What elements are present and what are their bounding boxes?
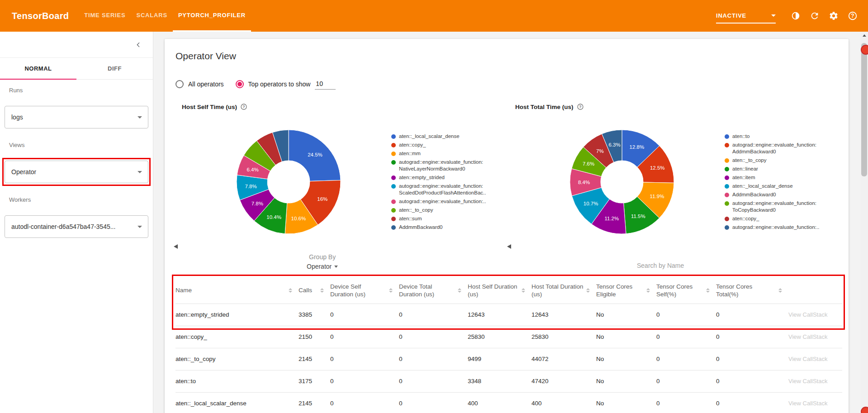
all-operators-label[interactable]: All operators: [188, 81, 224, 88]
help-icon[interactable]: ?: [577, 103, 584, 110]
tensorboard-logo[interactable]: TensorBoard: [12, 0, 69, 32]
dark-mode-toggle-button[interactable]: [790, 10, 801, 21]
table-cell: 0: [716, 304, 788, 326]
runs-label: Runs: [9, 87, 148, 94]
legend-item[interactable]: aten::_to_copy: [725, 157, 819, 164]
table-row: aten::to317500334847420No00View CallStac…: [175, 370, 842, 392]
sort-icon[interactable]: [320, 288, 324, 293]
legend-item[interactable]: aten::empty_strided: [391, 174, 486, 181]
chart-legend: aten::toautograd::engine::evaluate_funct…: [725, 132, 819, 232]
views-select[interactable]: Operator: [5, 161, 148, 183]
column-header[interactable]: Host Total Duration (us): [531, 277, 596, 304]
tab-pytorch-profiler[interactable]: PYTORCH_PROFILER: [173, 0, 251, 32]
workers-select[interactable]: autodl-container-d6a547ba47-3545...: [5, 215, 148, 238]
table-body: aten::empty_strided3385001264312643No00V…: [175, 304, 842, 413]
legend-item[interactable]: aten::copy_: [391, 142, 486, 148]
vertical-scrollbar[interactable]: [860, 32, 868, 413]
top-count-input[interactable]: [315, 79, 336, 90]
help-icon[interactable]: ?: [240, 103, 247, 110]
column-header[interactable]: Tensor Cores Self(%): [656, 277, 716, 304]
table-cell: 0: [399, 304, 468, 326]
scrollbar-thumb[interactable]: [861, 43, 867, 176]
legend-item[interactable]: autograd::engine::evaluate_function: Add…: [725, 142, 819, 155]
view-callstack-button[interactable]: View CallStack: [788, 311, 827, 318]
legend-item[interactable]: aten::_local_scalar_dense: [391, 133, 486, 140]
sort-icon[interactable]: [778, 288, 782, 293]
legend-item[interactable]: aten::copy_: [725, 215, 819, 222]
view-callstack-button[interactable]: View CallStack: [788, 378, 827, 385]
legend-item[interactable]: AddmmBackward0: [391, 224, 486, 231]
settings-button[interactable]: [828, 10, 839, 21]
pie-slice-label: 10.6%: [291, 216, 306, 221]
refresh-button[interactable]: [809, 10, 820, 21]
column-header[interactable]: Device Self Duration (us): [330, 277, 399, 304]
column-header[interactable]: Name: [175, 277, 299, 304]
legend-item[interactable]: aten::linear: [725, 166, 819, 172]
column-header[interactable]: Device Total Duration (us): [399, 277, 468, 304]
sort-icon[interactable]: [458, 288, 461, 293]
legend-label: aten::_local_scalar_dense: [399, 133, 460, 140]
column-header[interactable]: Tensor Cores Eligible: [596, 277, 656, 304]
legend-item[interactable]: autograd::engine::evaluate_function:..: [725, 224, 819, 231]
top-operators-radio[interactable]: [236, 80, 244, 88]
runs-select[interactable]: logs: [5, 106, 148, 128]
table-cell: 0: [330, 370, 399, 392]
sort-icon[interactable]: [522, 288, 525, 293]
help-button[interactable]: ?: [847, 10, 858, 21]
legend-color-dot: [725, 225, 729, 230]
legend-label: autograd::engine::evaluate_function: Add…: [732, 142, 816, 155]
chart-legend: aten::_local_scalar_denseaten::copy_aten…: [391, 132, 486, 232]
collapse-sidebar-icon[interactable]: [135, 41, 142, 48]
legend-item[interactable]: aten::mm: [391, 150, 486, 157]
legend-item[interactable]: autograd::engine::evaluate_function:..: [391, 198, 486, 205]
group-by-select[interactable]: Operator: [307, 263, 338, 270]
column-header: [788, 277, 842, 304]
sort-icon[interactable]: [586, 288, 590, 293]
sort-icon[interactable]: [646, 288, 650, 293]
reload-status-select[interactable]: INACTIVE: [716, 8, 776, 24]
sort-icon[interactable]: [289, 288, 292, 293]
table-cell: 0: [656, 304, 716, 326]
main-content: Operator View All operators Top operator…: [153, 32, 868, 413]
pie-slice-label: 16%: [317, 196, 327, 202]
app-header: TensorBoard TIME SERIES SCALARS PYTORCH_…: [0, 0, 868, 32]
all-operators-radio[interactable]: [175, 80, 184, 88]
view-callstack-button[interactable]: View CallStack: [788, 333, 827, 340]
group-by-value: Operator: [307, 263, 332, 270]
pie-slice-label: 11.9%: [650, 194, 664, 199]
legend-item[interactable]: aten::sum: [391, 215, 486, 222]
legend-color-dot: [725, 134, 729, 139]
legend-item[interactable]: aten::_local_scalar_dense: [725, 183, 819, 190]
tab-normal[interactable]: NORMAL: [0, 58, 76, 79]
search-by-name-input[interactable]: [637, 262, 741, 269]
legend-item[interactable]: autograd::engine::evaluate_function: Sca…: [391, 183, 486, 196]
sort-icon[interactable]: [706, 288, 710, 293]
top-operators-label[interactable]: Top operators to show: [248, 81, 311, 88]
legend-item[interactable]: AddmmBackward0: [725, 191, 819, 198]
tab-scalars[interactable]: SCALARS: [131, 0, 172, 32]
legend-label: autograd::engine::evaluate_function: ToC…: [732, 200, 816, 214]
column-header-label: Tensor Cores Total(%): [716, 283, 768, 298]
gear-icon: [829, 11, 839, 21]
scrollbar-up-arrow[interactable]: [860, 32, 868, 39]
legend-item[interactable]: autograd::engine::evaluate_function: ToC…: [725, 200, 819, 214]
legend-item[interactable]: aten::item: [725, 174, 819, 181]
legend-item[interactable]: aten::_to_copy: [391, 207, 486, 214]
column-header[interactable]: Host Self Duration (us): [468, 277, 531, 304]
legend-item[interactable]: autograd::engine::evaluate_function: Nat…: [391, 159, 486, 172]
column-header[interactable]: Tensor Cores Total(%): [716, 277, 788, 304]
tab-diff[interactable]: DIFF: [76, 58, 153, 79]
legend-item[interactable]: aten::to: [725, 133, 819, 140]
column-header[interactable]: Calls: [299, 277, 330, 304]
pie-slice-label: 6.3%: [608, 142, 620, 147]
sort-icon[interactable]: [389, 288, 393, 293]
view-callstack-button[interactable]: View CallStack: [788, 356, 827, 362]
svg-text:?: ?: [579, 104, 581, 109]
legend-color-dot: [725, 201, 729, 206]
pie-slice-label: 7.8%: [251, 201, 263, 206]
column-header-label: Calls: [299, 286, 312, 294]
table-cell: 3385: [299, 304, 330, 326]
legend-label: aten::_local_scalar_dense: [732, 183, 793, 190]
tab-time-series[interactable]: TIME SERIES: [79, 0, 131, 32]
view-callstack-button[interactable]: View CallStack: [788, 400, 827, 407]
